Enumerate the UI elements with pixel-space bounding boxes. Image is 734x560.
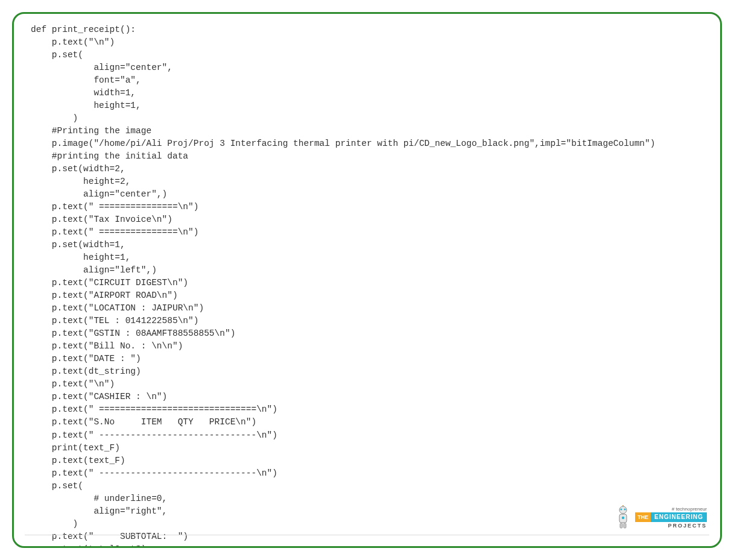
watermark-text: # technopreneur THE ENGINEERING PROJECTS [635,506,707,529]
watermark-title: THE ENGINEERING [635,512,707,522]
robot-icon [615,505,631,529]
bottom-rule [25,535,709,535]
svg-point-0 [619,506,627,514]
svg-point-8 [622,505,624,506]
code-frame: def print_receipt(): p.text("\n") p.set(… [12,12,722,548]
watermark-the: THE [635,512,651,522]
svg-point-1 [620,509,622,511]
svg-point-4 [622,517,624,519]
svg-rect-5 [620,523,622,528]
watermark-engineering: ENGINEERING [651,512,707,522]
watermark: # technopreneur THE ENGINEERING PROJECTS [615,505,707,529]
watermark-hashtag: # technopreneur [672,506,707,512]
watermark-projects: PROJECTS [668,523,707,529]
svg-rect-6 [624,523,626,528]
code-block: def print_receipt(): p.text("\n") p.set(… [14,14,720,548]
svg-point-2 [624,509,625,511]
